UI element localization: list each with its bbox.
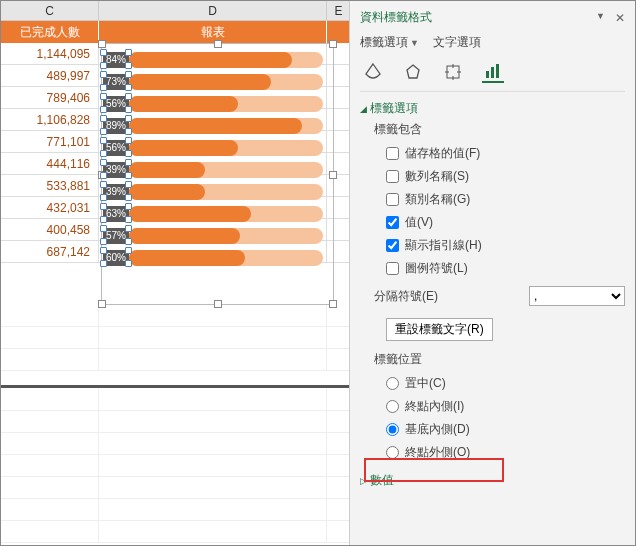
table-row[interactable]: 444,116 (1, 153, 351, 175)
radio-outside-end[interactable]: 終點外側(O) (374, 441, 625, 464)
cell-value[interactable]: 789,406 (1, 87, 99, 108)
table-row[interactable]: 533,881 (1, 175, 351, 197)
format-panel: 資料標籤格式 ▼ ✕ 標籤選項 ▼ 文字選項 標籤選項 標籤包含 儲存格的值(F… (349, 1, 635, 546)
radio-inside-end[interactable]: 終點內側(I) (374, 395, 625, 418)
label-position-header: 標籤位置 (374, 351, 625, 368)
cell-value[interactable]: 1,144,095 (1, 43, 99, 64)
cell-chart[interactable] (99, 219, 327, 240)
cell-chart[interactable] (99, 241, 327, 262)
radio-inside-base[interactable]: 基底內側(D) (374, 418, 625, 441)
svg-rect-3 (491, 67, 494, 78)
fill-icon[interactable] (362, 61, 384, 83)
cell-value[interactable]: 489,997 (1, 65, 99, 86)
label-contains-header: 標籤包含 (374, 121, 625, 138)
cell-chart[interactable] (99, 87, 327, 108)
header-D: 報表 (99, 21, 327, 43)
panel-close-icon[interactable]: ✕ (615, 11, 625, 25)
cell-chart[interactable] (99, 175, 327, 196)
split-bar[interactable] (1, 385, 351, 388)
cell-value[interactable]: 444,116 (1, 153, 99, 174)
table-row[interactable]: 1,106,828 (1, 109, 351, 131)
chk-series-name[interactable]: 數列名稱(S) (374, 165, 625, 188)
section-label-options[interactable]: 標籤選項 (360, 100, 625, 117)
chk-cell-value[interactable]: 儲存格的值(F) (374, 142, 625, 165)
effects-icon[interactable] (402, 61, 424, 83)
chk-value[interactable]: 值(V) (374, 211, 625, 234)
table-header: 已完成人數 報表 (1, 21, 351, 43)
table-row[interactable]: 489,997 (1, 65, 351, 87)
tab-label-options[interactable]: 標籤選項 ▼ (360, 34, 419, 51)
cell-chart[interactable] (99, 153, 327, 174)
radio-center[interactable]: 置中(C) (374, 372, 625, 395)
panel-menu-icon[interactable]: ▼ (596, 11, 605, 25)
table-row[interactable]: 432,031 (1, 197, 351, 219)
lower-grid (1, 389, 351, 543)
col-C[interactable]: C (1, 1, 99, 20)
chk-category-name[interactable]: 類別名稱(G) (374, 188, 625, 211)
chk-legend-key[interactable]: 圖例符號(L) (374, 257, 625, 280)
cell-value[interactable]: 1,106,828 (1, 109, 99, 130)
table-row[interactable]: 400,458 (1, 219, 351, 241)
column-headers: C D E (1, 1, 351, 21)
separator-label: 分隔符號(E) (374, 288, 521, 305)
cell-value[interactable]: 533,881 (1, 175, 99, 196)
cell-chart[interactable] (99, 109, 327, 130)
header-C: 已完成人數 (1, 21, 99, 43)
cell-value[interactable]: 432,031 (1, 197, 99, 218)
cell-chart[interactable] (99, 197, 327, 218)
tab-text-options[interactable]: 文字選項 (433, 34, 481, 51)
cell-chart[interactable] (99, 131, 327, 152)
table-row[interactable]: 789,406 (1, 87, 351, 109)
svg-rect-2 (486, 71, 489, 78)
cell-value[interactable]: 687,142 (1, 241, 99, 262)
col-D[interactable]: D (99, 1, 327, 20)
table-row[interactable]: 1,144,095 (1, 43, 351, 65)
svg-rect-4 (496, 64, 499, 78)
chart-icon[interactable] (482, 61, 504, 83)
empty-grid (1, 305, 351, 371)
header-E (327, 21, 351, 43)
section-number[interactable]: 數值 (360, 472, 625, 489)
panel-title: 資料標籤格式 (360, 9, 432, 26)
cell-value[interactable]: 400,458 (1, 219, 99, 240)
col-E[interactable]: E (327, 1, 351, 20)
cell-value[interactable]: 771,101 (1, 131, 99, 152)
table-row[interactable]: 687,142 (1, 241, 351, 263)
table-row[interactable]: 771,101 (1, 131, 351, 153)
svg-marker-0 (407, 65, 419, 78)
reset-label-text-button[interactable]: 重設標籤文字(R) (386, 318, 493, 341)
data-rows: 1,144,095489,997789,4061,106,828771,1014… (1, 43, 351, 263)
cell-chart[interactable] (99, 43, 327, 64)
cell-chart[interactable] (99, 65, 327, 86)
size-icon[interactable] (442, 61, 464, 83)
chk-leader-lines[interactable]: 顯示指引線(H) (374, 234, 625, 257)
separator-select[interactable]: , (529, 286, 625, 306)
